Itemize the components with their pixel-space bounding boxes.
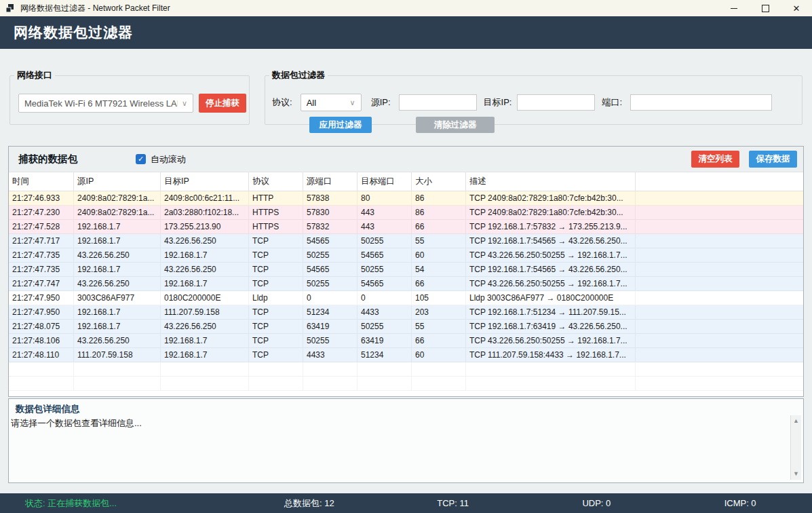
cell-src: 192.168.1.7: [74, 320, 161, 333]
table-row[interactable]: 21:27:47.950192.168.1.7111.207.59.158TCP…: [9, 305, 803, 320]
cell-proto: TCP: [249, 348, 303, 362]
cell-time: 21:27:47.735: [9, 248, 74, 262]
dest-ip-input[interactable]: [517, 94, 595, 111]
cell-dport: [357, 377, 412, 390]
cell-dst: 192.168.1.7: [161, 248, 249, 262]
column-header-src[interactable]: 源IP: [74, 172, 161, 191]
table-row[interactable]: 21:27:47.2302409:8a02:7829:1a...2a03:288…: [9, 206, 803, 220]
column-header-dport[interactable]: 目标端口: [357, 172, 412, 191]
maximize-button[interactable]: [750, 0, 781, 16]
table-row[interactable]: 21:27:47.74743.226.56.250192.168.1.7TCP5…: [9, 277, 803, 291]
port-label: 端口:: [602, 96, 622, 109]
column-header-proto[interactable]: 协议: [249, 172, 303, 191]
cell-src: 43.226.56.250: [74, 248, 161, 262]
cell-filler: [636, 234, 803, 248]
table-row[interactable]: 21:27:46.9332409:8a02:7829:1a...2409:8c0…: [9, 191, 803, 206]
cell-dport: 63419: [357, 334, 412, 347]
adapter-select[interactable]: MediaTek Wi-Fi 6 MT7921 Wireless LAI ∨: [18, 94, 193, 113]
cell-desc: Lldp 3003C86AF977 → 0180C200000E: [466, 291, 636, 305]
app-icon: [5, 3, 15, 13]
cell-desc: [466, 362, 636, 376]
cell-filler: [636, 377, 803, 390]
scroll-up-icon[interactable]: ▲: [793, 415, 799, 427]
cell-time: 21:27:46.933: [9, 191, 74, 205]
clear-list-button[interactable]: 清空列表: [691, 151, 739, 168]
cell-sport: 54565: [303, 234, 357, 248]
cell-dst: 173.255.213.90: [161, 220, 249, 233]
source-ip-input[interactable]: [399, 94, 477, 111]
network-interface-legend: 网络接口: [14, 69, 55, 81]
cell-sport: 0: [303, 291, 357, 305]
close-icon: ✕: [793, 4, 800, 13]
cell-desc: TCP 192.168.1.7:63419 → 43.226.56.250...: [466, 320, 636, 333]
stop-capture-button[interactable]: 停止捕获: [199, 94, 246, 113]
table-row[interactable]: 21:27:47.735192.168.1.743.226.56.250TCP5…: [9, 263, 803, 277]
cell-dst: 43.226.56.250: [161, 320, 249, 333]
table-row[interactable]: 21:27:47.73543.226.56.250192.168.1.7TCP5…: [9, 248, 803, 263]
autoscroll-checkbox[interactable]: ✓: [136, 154, 146, 164]
cell-size: 66: [412, 334, 466, 347]
adapter-select-value: MediaTek Wi-Fi 6 MT7921 Wireless LAI: [24, 98, 178, 109]
column-header-size[interactable]: 大小: [412, 172, 466, 191]
column-header-sport[interactable]: 源端口: [303, 172, 357, 191]
packets-panel-header: 捕获的数据包 ✓ 自动滚动 清空列表 保存数据: [9, 147, 803, 172]
cell-proto: TCP: [249, 234, 303, 248]
cell-desc: TCP 2409:8a02:7829:1a80:7cfe:b42b:30...: [466, 191, 636, 205]
cell-filler: [636, 305, 803, 319]
cell-dport: 50255: [357, 234, 412, 248]
cell-src: 111.207.59.158: [74, 348, 161, 362]
cell-sport: 50255: [303, 277, 357, 290]
window-title: 网络数据包过滤器 - Network Packet Filter: [20, 3, 170, 14]
empty-table-row: [9, 377, 803, 391]
cell-proto: TCP: [249, 248, 303, 262]
table-row[interactable]: 21:27:48.075192.168.1.743.226.56.250TCP6…: [9, 320, 803, 334]
cell-dst: 43.226.56.250: [161, 263, 249, 276]
table-row[interactable]: 21:27:47.9503003C86AF9770180C200000ELldp…: [9, 291, 803, 305]
packet-detail-panel: 数据包详细信息 请选择一个数据包查看详细信息... ▲ ▼: [8, 398, 804, 483]
cell-proto: HTTPS: [249, 206, 303, 219]
maximize-icon: [762, 5, 769, 12]
minimize-button[interactable]: [718, 0, 750, 16]
table-row[interactable]: 21:27:47.717192.168.1.743.226.56.250TCP5…: [9, 234, 803, 248]
cell-time: 21:27:48.110: [9, 348, 74, 362]
table-row[interactable]: 21:27:47.528192.168.1.7173.255.213.90HTT…: [9, 220, 803, 234]
cell-src: 2409:8a02:7829:1a...: [74, 191, 161, 205]
cell-proto: HTTPS: [249, 220, 303, 233]
port-input[interactable]: [630, 94, 772, 111]
table-row[interactable]: 21:27:48.10643.226.56.250192.168.1.7TCP5…: [9, 334, 803, 348]
cell-filler: [636, 334, 803, 347]
protocol-select[interactable]: All ∨: [301, 94, 362, 111]
packet-filter-legend: 数据包过滤器: [269, 69, 328, 81]
cell-time: [9, 362, 74, 376]
cell-filler: [636, 348, 803, 362]
cell-dport: 443: [357, 220, 412, 233]
scroll-down-icon[interactable]: ▼: [793, 468, 799, 480]
cell-time: 21:27:47.747: [9, 277, 74, 290]
cell-size: 66: [412, 277, 466, 290]
cell-size: [412, 377, 466, 390]
cell-dport: 50255: [357, 320, 412, 333]
cell-sport: 57830: [303, 206, 357, 219]
clear-filter-button[interactable]: 清除过滤器: [416, 117, 495, 133]
cell-sport: 63419: [303, 320, 357, 333]
protocol-select-value: All: [307, 98, 316, 108]
apply-filter-button[interactable]: 应用过滤器: [309, 117, 372, 133]
packets-panel-title: 捕获的数据包: [18, 153, 77, 166]
cell-sport: 51234: [303, 305, 357, 319]
column-header-dst[interactable]: 目标IP: [161, 172, 249, 191]
chevron-down-icon: ∨: [350, 98, 355, 107]
save-data-button[interactable]: 保存数据: [749, 151, 797, 168]
cell-size: 66: [412, 220, 466, 233]
cell-dst: [161, 377, 249, 390]
packet-table-body: 21:27:46.9332409:8a02:7829:1a...2409:8c0…: [9, 191, 803, 391]
cell-src: 192.168.1.7: [74, 263, 161, 276]
column-header-time[interactable]: 时间: [9, 172, 74, 191]
autoscroll-toggle[interactable]: ✓ 自动滚动: [136, 153, 186, 166]
column-header-desc[interactable]: 描述: [466, 172, 636, 191]
cell-src: 2409:8a02:7829:1a...: [74, 206, 161, 219]
table-row[interactable]: 21:27:48.110111.207.59.158192.168.1.7TCP…: [9, 348, 803, 362]
cell-desc: TCP 43.226.56.250:50255 → 192.168.1.7...: [466, 248, 636, 262]
cell-size: 105: [412, 291, 466, 305]
close-button[interactable]: ✕: [781, 0, 812, 16]
detail-scrollbar[interactable]: ▲ ▼: [790, 415, 801, 480]
